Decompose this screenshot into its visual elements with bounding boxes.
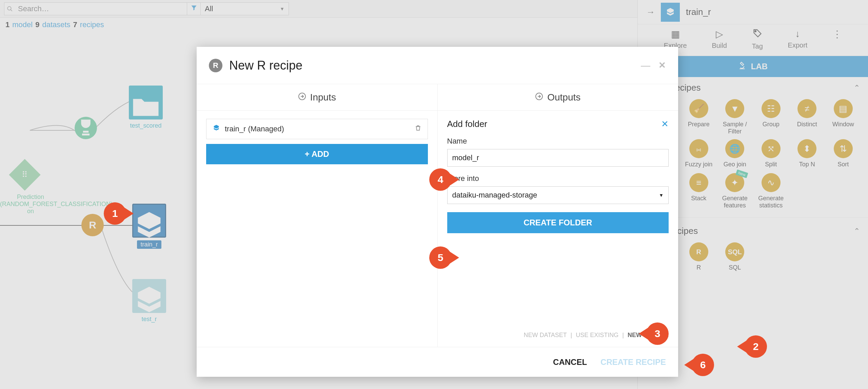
recipe-label: Top N [799, 161, 815, 169]
visual-recipe-item[interactable]: ⬍Top N [790, 139, 824, 169]
name-label: Name [447, 137, 669, 146]
store-select[interactable]: dataiku-managed-storage ▼ [447, 186, 669, 204]
recipe-label: Geo join [724, 161, 746, 169]
minimize-icon[interactable]: — [641, 60, 650, 71]
recipe-label: Split [765, 161, 777, 169]
output-arrow-icon [535, 92, 543, 103]
recipe-circle-icon: ✦New [725, 173, 744, 192]
recipe-circle-icon: ⨝ [689, 139, 708, 158]
action-tag[interactable]: Tag [752, 29, 763, 50]
recipe-label: Group [763, 121, 780, 129]
recipe-circle-icon: ∿ [762, 173, 781, 192]
callout-4: 4 [429, 168, 452, 191]
modal-title: New R recipe [229, 58, 641, 73]
back-arrow-icon[interactable]: → [643, 5, 658, 20]
code-recipe-item[interactable]: RR [682, 242, 716, 272]
visual-recipe-item[interactable]: 🧹Prepare [682, 99, 716, 135]
recipe-label: R [696, 264, 701, 272]
input-item-label: train_r (Managed) [225, 125, 284, 133]
recipe-circle-icon: ▤ [834, 99, 853, 118]
recipe-label: Prepare [688, 121, 710, 129]
create-folder-button[interactable]: CREATE FOLDER [447, 212, 669, 233]
use-existing-link[interactable]: USE EXISTING [576, 332, 618, 338]
recipe-circle-icon: 🌐 [725, 139, 744, 158]
visual-recipe-item[interactable]: ∿Generate statistics [754, 173, 788, 209]
right-panel-header: → train_r [638, 0, 868, 24]
modal-body: Inputs train_r (Managed) + ADD [197, 84, 678, 347]
recipe-label: Generate statistics [754, 195, 788, 209]
visual-recipe-item[interactable]: ≠Distinct [790, 99, 824, 135]
recipe-label: Sample / Filter [718, 121, 752, 135]
visual-recipe-item[interactable]: ⇅Sort [827, 139, 860, 169]
close-icon[interactable]: ✕ [658, 60, 666, 71]
recipe-circle-icon: ▼ [725, 99, 744, 118]
visual-recipe-item[interactable]: ⤲Split [754, 139, 788, 169]
callout-1: 1 [104, 202, 126, 225]
modal-header: R New R recipe — ✕ [197, 47, 678, 84]
cancel-button[interactable]: CANCEL [553, 357, 587, 367]
recipe-label: Distinct [797, 121, 817, 129]
action-more[interactable]: ⋮ [832, 29, 842, 50]
store-label: Store into [447, 174, 669, 183]
close-output-icon[interactable]: ✕ [661, 119, 669, 129]
recipe-label: Sort [837, 161, 849, 169]
outputs-column: Outputs Add folder ✕ Name Store into dat… [437, 84, 678, 347]
recipe-circle-icon: 🧹 [689, 99, 708, 118]
visual-recipe-item[interactable]: ⨝Fuzzy join [682, 139, 716, 169]
inputs-column: Inputs train_r (Managed) + ADD [197, 84, 437, 347]
visual-recipe-item[interactable]: ▤Window [827, 99, 860, 135]
visual-recipe-item[interactable]: 🌐Geo join [718, 139, 752, 169]
output-type-links: NEW DATASET | USE EXISTING | NEW FOLDER [447, 325, 669, 339]
recipe-label: Fuzzy join [685, 161, 712, 169]
recipe-label: Stack [691, 195, 706, 203]
callout-5: 5 [429, 246, 452, 269]
play-icon: ▷ [716, 29, 723, 40]
trash-icon[interactable] [415, 125, 421, 133]
recipe-label: SQL [729, 264, 741, 272]
recipe-circle-icon: R [689, 242, 708, 261]
input-item: train_r (Managed) [206, 119, 428, 139]
visual-recipe-item[interactable]: ☷Group [754, 99, 788, 135]
chevron-up-icon: ⌃ [854, 84, 860, 92]
action-export[interactable]: ↓ Export [788, 29, 808, 50]
recipe-label: Generate features [718, 195, 752, 209]
recipe-circle-icon: ☷ [762, 99, 781, 118]
callout-6: 6 [692, 354, 714, 376]
grid-icon: ▦ [671, 29, 680, 40]
outputs-header: Outputs [438, 84, 678, 111]
visual-recipe-item[interactable]: ✦NewGenerate features [718, 173, 752, 209]
microscope-icon [738, 61, 747, 72]
folder-name-input[interactable] [447, 149, 669, 167]
chevron-down-icon: ▼ [659, 192, 664, 198]
recipe-circle-icon: ⤲ [762, 139, 781, 158]
action-build[interactable]: ▷ Build [712, 29, 727, 50]
new-dataset-link[interactable]: NEW DATASET [524, 332, 567, 338]
recipe-circle-icon: ≡ [689, 173, 708, 192]
download-icon: ↓ [795, 29, 800, 39]
visual-recipe-item[interactable]: ≡Stack [682, 173, 716, 209]
dataset-icon [213, 124, 220, 134]
input-arrow-icon [298, 92, 306, 103]
create-recipe-button[interactable]: CREATE RECIPE [600, 357, 666, 367]
recipe-circle-icon: ⬍ [797, 139, 816, 158]
inputs-header: Inputs [197, 84, 437, 111]
chevron-up-icon: ⌃ [854, 227, 860, 236]
add-input-button[interactable]: + ADD [206, 144, 428, 164]
new-r-recipe-modal: R New R recipe — ✕ Inputs train_r (Manag… [197, 47, 678, 377]
visual-recipe-item[interactable]: ▼Sample / Filter [718, 99, 752, 135]
callout-2: 2 [745, 335, 767, 358]
dataset-icon [661, 3, 680, 22]
recipe-circle-icon: ≠ [797, 99, 816, 118]
right-panel-title: train_r [686, 7, 711, 17]
recipe-circle-icon: ⇅ [834, 139, 853, 158]
add-folder-title: Add folder [447, 119, 488, 129]
r-icon: R [209, 59, 222, 72]
svg-point-2 [755, 31, 756, 32]
more-vertical-icon: ⋮ [832, 29, 842, 40]
code-recipe-item[interactable]: SQLSQL [718, 242, 752, 272]
modal-footer: CANCEL CREATE RECIPE [197, 347, 678, 377]
new-badge: New [736, 169, 748, 178]
recipe-label: Window [832, 121, 854, 129]
recipe-circle-icon: SQL [725, 242, 744, 261]
callout-3: 3 [646, 322, 669, 345]
